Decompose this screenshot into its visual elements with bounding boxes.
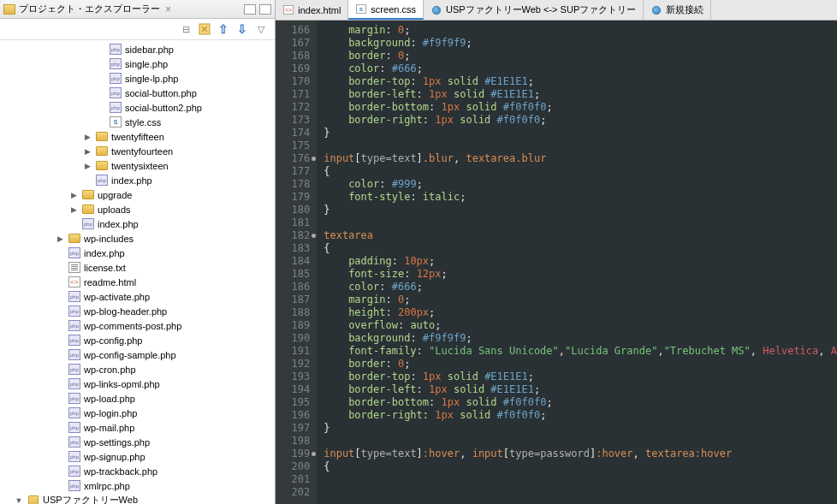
tree-item[interactable]: ▶index.php xyxy=(0,173,275,187)
tree-item[interactable]: ▶sidebar.php xyxy=(0,42,275,56)
code-line[interactable] xyxy=(324,216,837,229)
line-number[interactable]: 187 xyxy=(276,294,317,306)
code-content[interactable]: margin: 0; background: #f9f9f9; border: … xyxy=(317,21,837,504)
line-number[interactable]: 196 xyxy=(276,409,317,422)
code-line[interactable]: border-right: 1px solid #f0f0f0; xyxy=(324,409,837,422)
line-number[interactable]: 179 xyxy=(276,191,317,204)
code-line[interactable]: border-top: 1px solid #E1E1E1; xyxy=(324,75,837,88)
code-line[interactable]: color: #999; xyxy=(324,178,837,191)
twisty-icon[interactable]: ▶ xyxy=(82,132,92,142)
line-number[interactable]: 189 xyxy=(276,319,317,332)
twisty-icon[interactable]: ▶ xyxy=(55,234,65,244)
code-line[interactable]: color: #666; xyxy=(324,281,837,294)
tree-item[interactable]: ▶wp-comments-post.php xyxy=(0,318,275,333)
code-line[interactable]: } xyxy=(324,204,837,216)
line-number[interactable]: 166 xyxy=(276,24,317,37)
tree-item[interactable]: ▶single-lp.php xyxy=(0,71,275,86)
tree-item[interactable]: ▶wp-settings.php xyxy=(0,435,275,449)
line-number[interactable]: 188 xyxy=(276,306,317,319)
code-line[interactable]: { xyxy=(324,165,837,178)
tree-item[interactable]: ▶wp-signup.php xyxy=(0,449,275,464)
tree-item[interactable]: ▶wp-load.php xyxy=(0,391,275,406)
code-line[interactable]: font-family: "Lucida Sans Unicode","Luci… xyxy=(324,345,837,358)
twisty-icon[interactable]: ▶ xyxy=(82,146,92,157)
tree-item[interactable]: ▶single.php xyxy=(0,56,275,71)
line-number[interactable]: 174 xyxy=(276,127,317,139)
tree-item[interactable]: ▶upgrade xyxy=(0,187,275,202)
code-line[interactable]: color: #666; xyxy=(324,62,837,75)
code-line[interactable]: } xyxy=(324,127,837,139)
tree-item[interactable]: ▶wp-blog-header.php xyxy=(0,304,275,318)
tree-item[interactable]: ▶wp-includes xyxy=(0,231,275,246)
code-line[interactable]: border: 0; xyxy=(324,358,837,371)
line-number[interactable]: 202 xyxy=(276,486,317,499)
maximize-button[interactable] xyxy=(259,4,271,15)
tree-item[interactable]: ▶wp-config.php xyxy=(0,333,275,347)
line-number[interactable]: 184 xyxy=(276,255,317,268)
code-line[interactable]: border-bottom: 1px solid #f0f0f0; xyxy=(324,396,837,409)
tree-item[interactable]: ▶social-button2.php xyxy=(0,100,275,115)
code-line[interactable] xyxy=(324,435,837,448)
code-line[interactable] xyxy=(324,139,837,152)
code-line[interactable]: margin: 0; xyxy=(324,294,837,306)
twisty-icon[interactable]: ▶ xyxy=(68,205,79,215)
collapse-all-icon[interactable]: ⊟ xyxy=(179,22,193,36)
line-number[interactable]: 190 xyxy=(276,332,317,345)
code-line[interactable]: overflow: auto; xyxy=(324,319,837,332)
tree-item[interactable]: ▶wp-mail.php xyxy=(0,420,275,435)
line-number[interactable]: 181 xyxy=(276,216,317,229)
tree-item[interactable]: ▶style.css xyxy=(0,115,275,129)
line-number[interactable]: 173 xyxy=(276,114,317,127)
tree-item[interactable]: ▼USPファクトリーWeb xyxy=(0,493,275,504)
line-number[interactable]: 197 xyxy=(276,422,317,435)
editor-tab[interactable]: USPファクトリーWeb <-> SUPファクトリー xyxy=(424,0,644,20)
tree-item[interactable]: ▶wp-login.php xyxy=(0,406,275,420)
tree-item[interactable]: ▶xmlrpc.php xyxy=(0,478,275,493)
code-line[interactable]: padding: 10px; xyxy=(324,255,837,268)
file-tree[interactable]: ▶sidebar.php▶single.php▶single-lp.php▶so… xyxy=(0,40,275,504)
tree-item[interactable]: ▶wp-activate.php xyxy=(0,289,275,304)
code-line[interactable]: font-size: 12px; xyxy=(324,268,837,281)
code-editor[interactable]: 1661671681691701711721731741751761771781… xyxy=(276,21,837,504)
tree-item[interactable]: ▶wp-config-sample.php xyxy=(0,347,275,362)
line-number[interactable]: 176 xyxy=(276,152,317,165)
line-number[interactable]: 177 xyxy=(276,165,317,178)
code-line[interactable]: margin: 0; xyxy=(324,24,837,37)
editor-tab[interactable]: 新規接続 xyxy=(644,0,711,20)
line-number[interactable]: 198 xyxy=(276,435,317,448)
tree-item[interactable]: ▶twentysixteen xyxy=(0,158,275,173)
tree-item[interactable]: ▶readme.html xyxy=(0,275,275,289)
tree-item[interactable]: ▶twentyfifteen xyxy=(0,129,275,144)
line-gutter[interactable]: 1661671681691701711721731741751761771781… xyxy=(276,21,317,504)
tree-item[interactable]: ▶twentyfourteen xyxy=(0,144,275,158)
code-line[interactable]: height: 200px; xyxy=(324,306,837,319)
code-line[interactable]: border-right: 1px solid #f0f0f0; xyxy=(324,114,837,127)
line-number[interactable]: 194 xyxy=(276,383,317,396)
code-line[interactable]: } xyxy=(324,422,837,435)
tree-item[interactable]: ▶wp-trackback.php xyxy=(0,464,275,478)
code-line[interactable]: textarea xyxy=(324,229,837,242)
editor-tab[interactable]: index.html xyxy=(276,0,348,20)
code-line[interactable]: font-style: italic; xyxy=(324,191,837,204)
tree-item[interactable]: ▶index.php xyxy=(0,246,275,260)
line-number[interactable]: 200 xyxy=(276,460,317,473)
line-number[interactable]: 195 xyxy=(276,396,317,409)
tree-item[interactable]: ▶license.txt xyxy=(0,260,275,275)
editor-tab[interactable]: screen.css xyxy=(348,0,424,20)
line-number[interactable]: 168 xyxy=(276,50,317,62)
tree-item[interactable]: ▶wp-cron.php xyxy=(0,362,275,377)
line-number[interactable]: 201 xyxy=(276,473,317,486)
code-line[interactable]: border-top: 1px solid #E1E1E1; xyxy=(324,371,837,383)
tree-item[interactable]: ▶social-button.php xyxy=(0,86,275,100)
close-icon[interactable]: × xyxy=(165,3,171,15)
line-number[interactable]: 175 xyxy=(276,139,317,152)
line-number[interactable]: 167 xyxy=(276,37,317,50)
line-number[interactable]: 171 xyxy=(276,88,317,101)
link-with-editor-icon[interactable] xyxy=(198,22,211,36)
tree-item[interactable]: ▶uploads xyxy=(0,202,275,216)
nav-down-icon[interactable]: ⇩ xyxy=(235,22,249,36)
line-number[interactable]: 183 xyxy=(276,242,317,255)
nav-up-icon[interactable]: ⇧ xyxy=(217,22,230,36)
line-number[interactable]: 178 xyxy=(276,178,317,191)
tree-item[interactable]: ▶index.php xyxy=(0,216,275,231)
